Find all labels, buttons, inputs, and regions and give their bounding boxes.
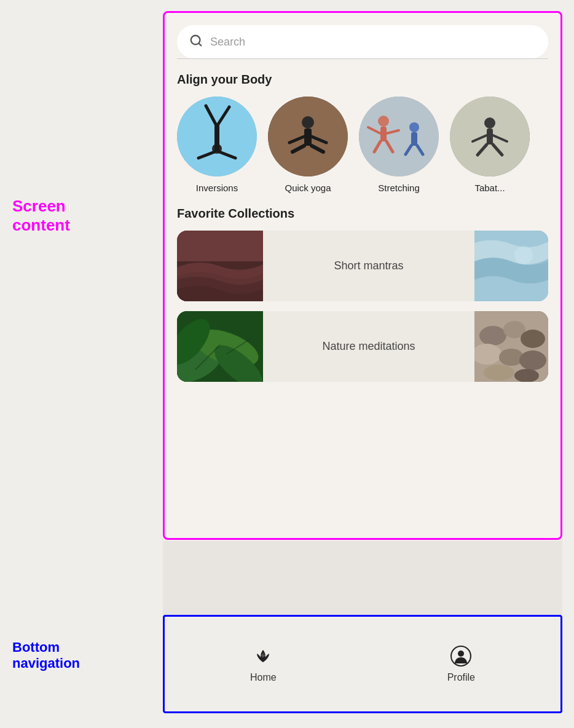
screen-content-label: Screencontent	[12, 197, 70, 235]
svg-point-53	[514, 369, 539, 382]
search-icon	[189, 34, 203, 50]
nature-thumbnail	[177, 311, 263, 382]
svg-point-50	[499, 349, 524, 366]
mantras-thumbnail	[177, 231, 263, 301]
search-bar[interactable]: Search	[177, 25, 548, 58]
stones-thumbnail	[474, 311, 548, 382]
svg-point-28	[484, 117, 495, 129]
inversions-label: Inversions	[196, 183, 238, 193]
collection-mantras[interactable]: Short mantras	[177, 231, 548, 301]
screen-content-area: Search Align your Body	[163, 11, 562, 540]
profile-icon	[450, 645, 472, 667]
svg-point-37	[514, 246, 533, 264]
svg-rect-4	[214, 124, 219, 152]
collections-row: Short mantras	[165, 231, 560, 382]
tabata-circle	[450, 97, 530, 176]
svg-rect-16	[359, 97, 439, 176]
svg-point-23	[409, 122, 419, 132]
stretching-label: Stretching	[378, 183, 420, 193]
svg-point-17	[378, 116, 389, 127]
svg-point-48	[521, 330, 545, 348]
favorite-collections-title: Favorite Collections	[177, 207, 548, 221]
svg-point-46	[479, 326, 506, 346]
svg-point-51	[519, 350, 546, 370]
bottom-nav-label: Bottomnavigation	[12, 639, 80, 672]
categories-row: Inversions	[165, 97, 560, 193]
quick-yoga-circle	[268, 97, 348, 176]
nav-profile[interactable]: Profile	[423, 639, 500, 689]
search-placeholder: Search	[210, 36, 536, 49]
align-body-title: Align your Body	[177, 73, 548, 87]
svg-rect-24	[411, 132, 417, 146]
bottom-navigation: Home Profile	[163, 615, 562, 713]
tabata-label: Tabat...	[474, 183, 505, 193]
search-divider	[177, 58, 548, 59]
stretching-circle	[359, 97, 439, 176]
svg-point-55	[458, 651, 464, 657]
profile-label: Profile	[447, 672, 475, 683]
svg-point-52	[484, 365, 514, 381]
home-label: Home	[250, 672, 277, 683]
mantras-label: Short mantras	[263, 231, 474, 301]
category-stretching[interactable]: Stretching	[359, 97, 439, 193]
category-inversions[interactable]: Inversions	[177, 97, 257, 193]
inversions-circle	[177, 97, 257, 176]
category-quick-yoga[interactable]: Quick yoga	[268, 97, 348, 193]
home-icon	[252, 645, 274, 667]
collection-nature[interactable]: Nature meditations	[177, 311, 548, 382]
nature-label: Nature meditations	[263, 311, 474, 382]
svg-rect-29	[487, 129, 493, 144]
water-thumbnail	[474, 231, 548, 301]
nav-home[interactable]: Home	[226, 639, 301, 689]
quick-yoga-label: Quick yoga	[285, 183, 331, 193]
svg-line-1	[199, 43, 201, 46]
svg-point-10	[302, 116, 314, 129]
below-screen-area	[163, 541, 562, 615]
category-tabata[interactable]: Tabat...	[450, 97, 530, 193]
